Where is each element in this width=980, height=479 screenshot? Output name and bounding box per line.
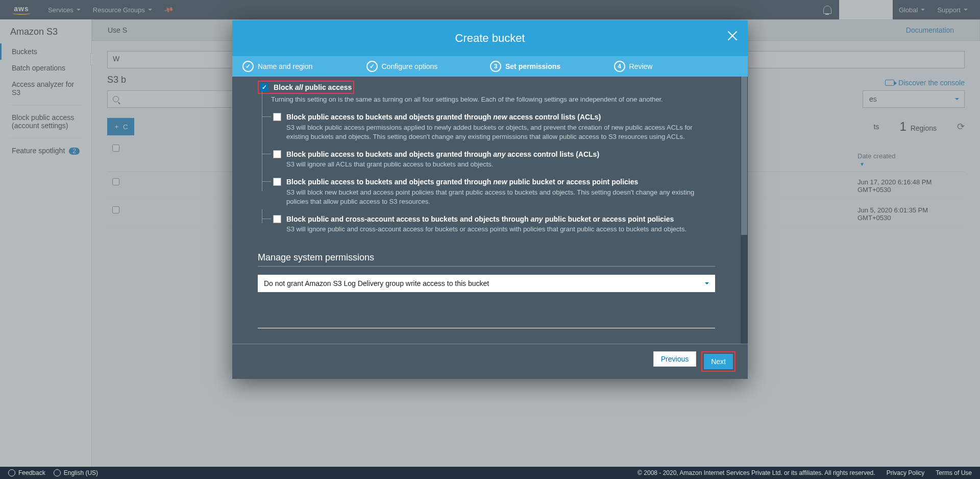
block-any-policy-desc: S3 will ignore public and cross-account …: [286, 225, 715, 234]
block-new-acl-desc: S3 will block public access permissions …: [286, 123, 715, 141]
highlight-box: Block all public access: [258, 81, 354, 94]
close-icon[interactable]: [726, 30, 739, 42]
step-label: Configure options: [382, 62, 438, 70]
block-new-policy-label: Block public access to buckets and objec…: [286, 177, 715, 186]
chevron-down-icon: [705, 282, 709, 284]
block-new-policy-desc: S3 will block new bucket and access poin…: [286, 188, 715, 206]
modal-overlay[interactable]: Create bucket Name and region Configure …: [0, 0, 980, 467]
modal-title: Create bucket: [455, 32, 525, 45]
next-button[interactable]: Next: [704, 354, 733, 369]
scrollbar[interactable]: [741, 77, 748, 344]
block-any-acl-label: Block public access to buckets and objec…: [286, 150, 715, 159]
block-any-acl-desc: S3 will ignore all ACLs that grant publi…: [286, 160, 715, 169]
block-all-label: Block all public access: [274, 83, 352, 92]
highlight-box: Next: [701, 351, 736, 372]
log-delivery-select[interactable]: Do not grant Amazon S3 Log Delivery grou…: [258, 275, 715, 292]
step-configure-options[interactable]: Configure options: [366, 61, 491, 72]
step-label: Review: [629, 62, 653, 70]
log-delivery-value: Do not grant Amazon S3 Log Delivery grou…: [264, 279, 489, 288]
manage-permissions-title: Manage system permissions: [258, 252, 715, 263]
block-any-acl-checkbox[interactable]: [273, 150, 281, 158]
divider: [258, 328, 715, 328]
block-all-checkbox[interactable]: [260, 83, 268, 91]
step-number-icon: 4: [614, 61, 625, 72]
divider: [258, 266, 715, 267]
block-new-acl-label: Block public access to buckets and objec…: [286, 112, 715, 122]
check-icon: [366, 61, 378, 72]
check-icon: [242, 61, 254, 72]
create-bucket-modal: Create bucket Name and region Configure …: [232, 20, 748, 379]
block-new-policy-checkbox[interactable]: [273, 178, 281, 186]
step-label: Set permissions: [505, 62, 560, 70]
block-all-desc: Turning this setting on is the same as t…: [271, 95, 715, 104]
step-review[interactable]: 4 Review: [614, 61, 738, 72]
scrollbar-thumb[interactable]: [741, 77, 747, 235]
step-set-permissions[interactable]: 3 Set permissions: [490, 61, 614, 72]
block-any-policy-label: Block public and cross-account access to…: [286, 214, 715, 224]
previous-button[interactable]: Previous: [653, 351, 696, 367]
modal-header: Create bucket: [232, 20, 748, 56]
step-label: Name and region: [258, 62, 312, 70]
block-new-acl-checkbox[interactable]: [273, 113, 281, 121]
block-any-policy-checkbox[interactable]: [273, 215, 281, 223]
step-number-icon: 3: [490, 61, 501, 72]
wizard-steps: Name and region Configure options 3 Set …: [232, 56, 748, 77]
modal-footer: Previous Next: [232, 344, 748, 379]
step-name-region[interactable]: Name and region: [242, 61, 366, 72]
